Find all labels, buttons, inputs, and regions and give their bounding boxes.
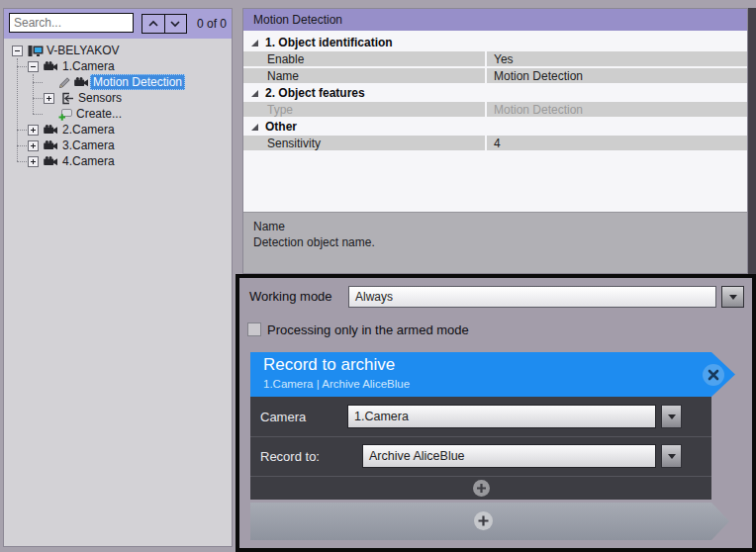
tree-connector-stub bbox=[17, 66, 27, 67]
tree-item-1-camera[interactable]: 1.Camera bbox=[4, 58, 232, 74]
server-icon bbox=[27, 44, 44, 57]
camera-icon bbox=[43, 59, 59, 73]
property-value[interactable]: Motion Detection bbox=[487, 68, 747, 83]
dropdown-arrow-icon bbox=[668, 414, 676, 419]
expander-minus-icon[interactable] bbox=[12, 46, 23, 56]
rule-field-label: Camera bbox=[260, 397, 306, 436]
tree-item-4-camera[interactable]: 4.Camera bbox=[4, 153, 232, 169]
property-name: Type bbox=[243, 102, 487, 117]
tree-connector-stub bbox=[33, 82, 43, 83]
search-input[interactable] bbox=[9, 13, 134, 33]
rule-field-select[interactable]: Archive AliceBlue bbox=[362, 444, 656, 468]
rule-field-row: Record to:Archive AliceBlue bbox=[250, 437, 711, 477]
tree-item-v-belyakov[interactable]: V-BELYAKOV bbox=[4, 43, 232, 58]
search-bar: 0 of 0 bbox=[4, 9, 232, 39]
expander-plus-icon[interactable] bbox=[28, 125, 39, 136]
tree-item-label: 3.Camera bbox=[59, 138, 118, 153]
tree-connector-stub bbox=[17, 130, 27, 131]
working-mode-dropdown-button[interactable] bbox=[721, 286, 744, 308]
property-row-enable[interactable]: EnableYes bbox=[243, 51, 747, 66]
add-rule-button[interactable] bbox=[474, 511, 493, 530]
property-value[interactable]: Yes bbox=[487, 51, 747, 66]
property-group-label: 2. Object features bbox=[265, 86, 365, 100]
property-name: Name bbox=[243, 68, 487, 83]
close-icon bbox=[702, 363, 725, 387]
expander-minus-icon[interactable] bbox=[28, 61, 39, 72]
search-result-count: 0 of 0 bbox=[197, 14, 227, 34]
tree-item-label: V-BELYAKOV bbox=[44, 43, 123, 58]
armed-mode-label: Processing only in the armed mode bbox=[267, 322, 469, 337]
properties-panel: Motion Detection 1. Object identificatio… bbox=[242, 8, 748, 274]
window-edge-strip bbox=[748, 8, 756, 274]
rule-field-label: Record to: bbox=[260, 437, 320, 476]
property-row-type[interactable]: TypeMotion Detection bbox=[243, 102, 747, 117]
rule-field-dropdown-button[interactable] bbox=[661, 444, 682, 468]
search-next-button[interactable] bbox=[165, 15, 187, 33]
property-value[interactable]: Motion Detection bbox=[487, 102, 747, 117]
rule-field-select[interactable]: 1.Camera bbox=[347, 405, 656, 428]
property-row-sensitivity[interactable]: Sensitivity4 bbox=[243, 136, 747, 150]
rule-card-close-button[interactable] bbox=[702, 363, 725, 387]
rule-settings-panel: Working mode Always Processing only in t… bbox=[236, 274, 756, 552]
sensors-icon bbox=[58, 91, 75, 105]
add-action-button[interactable] bbox=[473, 480, 490, 497]
tree-item-label: 4.Camera bbox=[59, 153, 118, 169]
property-description-name: Name bbox=[253, 219, 737, 234]
rule-card-fields: Camera1.CameraRecord to:Archive AliceBlu… bbox=[250, 397, 711, 477]
tree-item-label: Motion Detection bbox=[90, 74, 185, 90]
tree-item-label: Create... bbox=[73, 106, 125, 122]
property-group-label: Other bbox=[265, 120, 297, 134]
camera-icon bbox=[73, 75, 90, 89]
object-tree: V-BELYAKOV1.CameraMotion DetectionSensor… bbox=[4, 39, 232, 546]
tree-connector-stub bbox=[33, 114, 43, 115]
expander-plus-icon[interactable] bbox=[44, 93, 54, 104]
property-name: Enable bbox=[243, 51, 487, 66]
expander-plus-icon[interactable] bbox=[28, 156, 39, 167]
tree-connector-stub bbox=[33, 98, 43, 99]
rule-card-title: Record to archive bbox=[263, 355, 395, 375]
create-icon bbox=[56, 107, 73, 121]
property-name: Sensitivity bbox=[243, 136, 487, 150]
property-row-name[interactable]: NameMotion Detection bbox=[243, 68, 747, 83]
plus-icon bbox=[473, 480, 490, 497]
object-tree-panel: 0 of 0 V-BELYAKOV1.CameraMotion Detectio… bbox=[3, 8, 233, 547]
rule-field-dropdown-button[interactable] bbox=[661, 405, 682, 428]
group-collapse-icon bbox=[251, 124, 258, 131]
tree-item-label: Sensors bbox=[75, 90, 125, 106]
dropdown-arrow-icon bbox=[729, 295, 737, 300]
property-group-header[interactable]: Other bbox=[243, 119, 747, 135]
app-window: 0 of 0 V-BELYAKOV1.CameraMotion Detectio… bbox=[0, 0, 756, 552]
property-grid: 1. Object identificationEnableYesNameMot… bbox=[243, 31, 747, 150]
property-group-label: 1. Object identification bbox=[265, 36, 393, 49]
dropdown-arrow-icon bbox=[668, 454, 676, 459]
rule-card-header: Record to archive 1.Camera | Archive Ali… bbox=[250, 352, 735, 397]
tree-item-2-camera[interactable]: 2.Camera bbox=[4, 122, 232, 138]
tree-connector-line bbox=[33, 74, 34, 114]
property-group-header[interactable]: 2. Object features bbox=[243, 85, 747, 101]
add-rule-strip bbox=[250, 503, 729, 540]
property-description: Name Detection object name. bbox=[243, 212, 747, 273]
armed-mode-checkbox[interactable] bbox=[247, 322, 261, 336]
properties-panel-title: Motion Detection bbox=[243, 9, 747, 31]
tree-connector-stub bbox=[17, 145, 27, 146]
expander-plus-icon[interactable] bbox=[28, 140, 39, 151]
tree-item-label: 1.Camera bbox=[59, 58, 118, 74]
search-prev-button[interactable] bbox=[142, 15, 165, 33]
camera-icon bbox=[43, 123, 59, 137]
working-mode-select[interactable]: Always bbox=[348, 286, 716, 308]
tree-item-label: 2.Camera bbox=[59, 122, 118, 138]
tree-connector-stub bbox=[17, 161, 27, 162]
pencil-icon bbox=[56, 75, 73, 89]
camera-icon bbox=[43, 154, 59, 168]
rule-field-row: Camera1.Camera bbox=[250, 397, 711, 437]
property-group-header[interactable]: 1. Object identification bbox=[243, 35, 747, 50]
property-value[interactable]: 4 bbox=[487, 136, 747, 150]
chevron-down-icon bbox=[170, 20, 180, 28]
group-collapse-icon bbox=[251, 40, 258, 46]
group-collapse-icon bbox=[251, 90, 258, 97]
chevron-up-icon bbox=[148, 20, 158, 28]
tree-item-3-camera[interactable]: 3.Camera bbox=[4, 138, 232, 153]
working-mode-label: Working mode bbox=[249, 286, 332, 308]
property-description-text: Detection object name. bbox=[253, 234, 737, 250]
plus-icon bbox=[474, 511, 493, 530]
